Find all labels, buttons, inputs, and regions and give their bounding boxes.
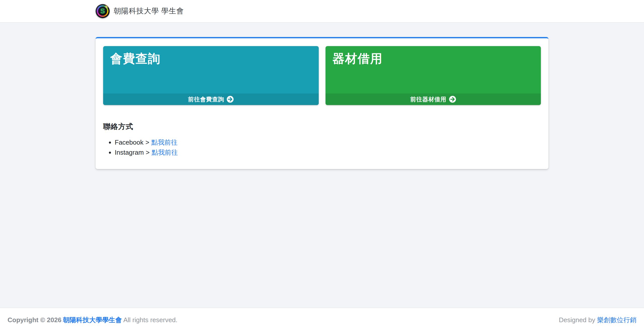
arrow-right-circle-icon	[449, 96, 456, 103]
feature-cards-row: 會費查詢 前往會費查詢 器材借用 前往器材借用	[103, 46, 541, 105]
fee-inquiry-title: 會費查詢	[103, 46, 319, 71]
equipment-borrow-cta-button[interactable]: 前往器材借用	[326, 93, 541, 105]
logo-core: S	[98, 7, 107, 16]
main-content: 會費查詢 前往會費查詢 器材借用 前往器材借用 聯絡方式	[0, 23, 644, 308]
site-header: S 朝陽科技大學 學生會	[0, 0, 644, 23]
main-panel: 會費查詢 前往會費查詢 器材借用 前往器材借用 聯絡方式	[96, 37, 548, 169]
copyright-suffix: All rights reserved.	[123, 316, 177, 324]
site-footer: Copyright © 2026朝陽科技大學學生會All rights rese…	[0, 308, 644, 332]
separator: >	[146, 149, 150, 156]
facebook-link[interactable]: 點我前往	[151, 139, 177, 146]
instagram-platform-label: Instagram	[115, 149, 144, 156]
card-fee-inquiry[interactable]: 會費查詢 前往會費查詢	[103, 46, 319, 105]
separator: >	[145, 139, 149, 146]
fee-inquiry-cta-button[interactable]: 前往會費查詢	[103, 93, 319, 105]
arrow-right-circle-icon	[227, 96, 234, 103]
copyright-prefix: Copyright © 2026	[8, 316, 61, 324]
contact-heading: 聯絡方式	[103, 122, 541, 132]
equipment-borrow-cta-label: 前往器材借用	[410, 95, 447, 103]
fee-inquiry-cta-label: 前往會費查詢	[188, 95, 224, 103]
contact-list: Facebook>點我前往 Instagram>點我前往	[103, 137, 541, 157]
logo-letter: S	[100, 8, 105, 15]
footer-copyright: Copyright © 2026朝陽科技大學學生會All rights rese…	[8, 316, 178, 324]
facebook-platform-label: Facebook	[115, 139, 143, 146]
list-item-facebook: Facebook>點我前往	[115, 137, 541, 147]
site-logo[interactable]: S	[96, 4, 110, 18]
footer-designed-by: Designed by樂創數位行銷	[559, 316, 636, 324]
list-item-instagram: Instagram>點我前往	[115, 147, 541, 157]
org-link[interactable]: 朝陽科技大學學生會	[63, 316, 122, 324]
designed-by-label: Designed by	[559, 316, 595, 324]
site-title: 朝陽科技大學 學生會	[114, 6, 184, 16]
card-equipment-borrow[interactable]: 器材借用 前往器材借用	[326, 46, 541, 105]
instagram-link[interactable]: 點我前往	[152, 149, 178, 156]
header-inner: S 朝陽科技大學 學生會	[96, 4, 548, 18]
designer-link[interactable]: 樂創數位行銷	[597, 316, 636, 324]
equipment-borrow-title: 器材借用	[326, 46, 541, 71]
